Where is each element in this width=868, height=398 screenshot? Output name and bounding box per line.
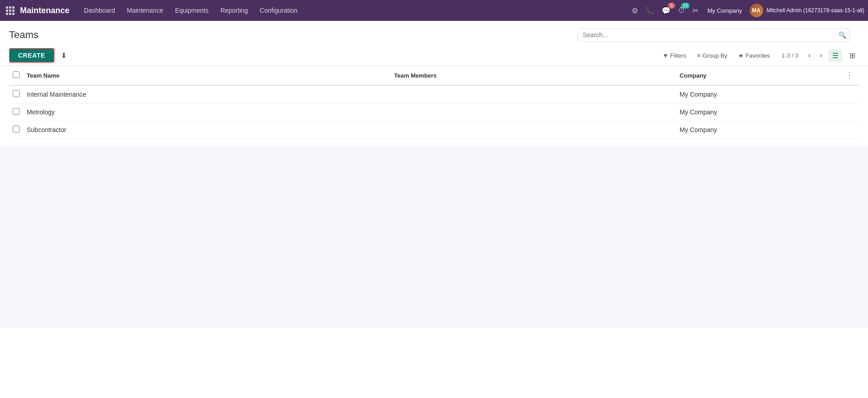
company-selector[interactable]: My Company	[704, 5, 746, 16]
timer-badge: 28	[681, 3, 690, 9]
row-checkbox-1[interactable]	[13, 90, 20, 97]
row-checkbox-cell[interactable]	[9, 103, 23, 121]
team-name-cell-3[interactable]: Subcontractor	[23, 121, 391, 139]
phone-icon[interactable]: 📞	[643, 5, 656, 17]
topnav-right-section: ⚙ 📞 💬 5 ⏱ 28 ✂ My Company MA Mitchell Ad…	[630, 4, 864, 17]
team-members-cell-3[interactable]	[391, 121, 676, 139]
filter-group: ▼ Filters ≡ Group By ★ Favorites	[658, 50, 774, 61]
col-header-more: ⋮	[840, 66, 859, 85]
search-icon[interactable]: 🔍	[839, 31, 846, 39]
col-header-company[interactable]: Company	[676, 66, 840, 85]
table-row[interactable]: Internal Maintenance My Company	[9, 85, 859, 103]
empty-content-area	[0, 146, 868, 328]
nav-maintenance[interactable]: Maintenance	[122, 4, 169, 17]
scissors-icon[interactable]: ✂	[691, 5, 700, 17]
search-input[interactable]	[578, 28, 850, 42]
filter-icon: ▼	[662, 52, 668, 59]
teams-table: Team Name Team Members Company ⋮ Interna…	[9, 66, 859, 139]
next-page-button[interactable]: ›	[817, 49, 825, 61]
chat-icon[interactable]: 💬 5	[660, 5, 672, 17]
filters-label: Filters	[670, 52, 686, 59]
nav-reporting[interactable]: Reporting	[215, 4, 254, 17]
select-all-header[interactable]	[9, 66, 23, 85]
import-button[interactable]: ⬇	[58, 49, 69, 62]
table-row[interactable]: Metrology My Company	[9, 103, 859, 121]
row-checkbox-cell[interactable]	[9, 121, 23, 139]
username-display[interactable]: Mitchell Admin (16273178-saas-15-1-all)	[767, 7, 864, 14]
pagination-info: 1-3 / 3	[781, 52, 798, 59]
groupby-icon: ≡	[697, 52, 701, 59]
company-cell-2[interactable]: My Company	[676, 103, 840, 121]
timer-icon[interactable]: ⏱ 28	[676, 5, 687, 16]
page-title: Teams	[9, 29, 39, 41]
row-checkbox-cell[interactable]	[9, 85, 23, 103]
list-view-button[interactable]: ☰	[829, 49, 842, 62]
kanban-view-button[interactable]: ⊞	[846, 49, 859, 62]
team-name-cell-1[interactable]: Internal Maintenance	[23, 85, 391, 103]
col-header-team-members[interactable]: Team Members	[391, 66, 676, 85]
favorites-label: Favorites	[745, 52, 770, 59]
group-by-button[interactable]: ≡ Group By	[693, 50, 732, 61]
chat-badge: 5	[668, 3, 675, 9]
top-menu: Dashboard Maintenance Equipments Reporti…	[78, 4, 628, 17]
table-row[interactable]: Subcontractor My Company	[9, 121, 859, 139]
nav-configuration[interactable]: Configuration	[254, 4, 303, 17]
nav-equipments[interactable]: Equipments	[170, 4, 214, 17]
column-options-button[interactable]: ⋮	[843, 70, 855, 80]
prev-page-button[interactable]: ‹	[805, 49, 813, 61]
favorites-button[interactable]: ★ Favorites	[734, 50, 774, 61]
create-button[interactable]: CREATE	[9, 48, 54, 63]
row-checkbox-2[interactable]	[13, 108, 20, 115]
settings-icon[interactable]: ⚙	[630, 5, 640, 17]
toolbar: CREATE ⬇ ▼ Filters ≡ Group By ★ Favorite…	[0, 45, 868, 66]
col-header-team-name[interactable]: Team Name	[23, 66, 391, 85]
search-bar-container: 🔍	[578, 28, 850, 42]
team-members-cell-2[interactable]	[391, 103, 676, 121]
row-checkbox-3[interactable]	[13, 126, 20, 133]
app-brand: Maintenance	[20, 6, 69, 15]
app-grid-icon[interactable]	[4, 4, 16, 17]
nav-dashboard[interactable]: Dashboard	[78, 4, 121, 17]
user-avatar[interactable]: MA	[750, 4, 763, 17]
filters-button[interactable]: ▼ Filters	[658, 50, 691, 61]
table-header-row: Team Name Team Members Company ⋮	[9, 66, 859, 85]
group-by-label: Group By	[702, 52, 727, 59]
favorites-icon: ★	[738, 52, 744, 59]
page-header: Teams 🔍	[0, 21, 868, 45]
company-cell-1[interactable]: My Company	[676, 85, 840, 103]
team-name-cell-2[interactable]: Metrology	[23, 103, 391, 121]
company-cell-3[interactable]: My Company	[676, 121, 840, 139]
team-members-cell-1[interactable]	[391, 85, 676, 103]
select-all-checkbox[interactable]	[13, 71, 20, 78]
top-navigation: Maintenance Dashboard Maintenance Equipm…	[0, 0, 868, 21]
page-content: Teams 🔍 CREATE ⬇ ▼ Filters ≡ Group By ★ …	[0, 21, 868, 398]
table-wrapper: Team Name Team Members Company ⋮ Interna…	[0, 66, 868, 139]
